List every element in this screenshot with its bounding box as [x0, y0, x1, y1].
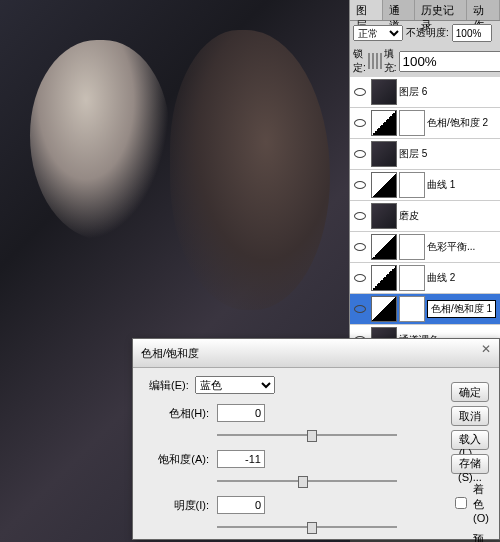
- saturation-label: 饱和度(A):: [149, 452, 209, 467]
- layer-thumb: [371, 110, 397, 136]
- layer-name: 色相/饱和度 1: [427, 300, 496, 318]
- layer-name: 曲线 1: [427, 178, 455, 192]
- layer-name: 曲线 2: [427, 271, 455, 285]
- layer-mask-thumb: [399, 110, 425, 136]
- layer-mask-thumb: [399, 296, 425, 322]
- layer-name: 图层 5: [399, 147, 427, 161]
- cancel-button[interactable]: 取消: [451, 406, 489, 426]
- visibility-icon[interactable]: [352, 301, 368, 317]
- preview-label: 预览(P): [473, 532, 489, 542]
- layer-row[interactable]: 色相/饱和度 2: [350, 108, 500, 139]
- layer-thumb: [371, 234, 397, 260]
- dialog-right-panel: 确定 取消 载入(L)... 存储(S)... 着色(O) 预览(P): [447, 376, 493, 542]
- save-button[interactable]: 存储(S)...: [451, 454, 489, 474]
- panel-tabs: 图层 通道 历史记录 动作: [350, 0, 500, 21]
- dialog-body: 编辑(E): 蓝色 色相(H): 饱和度(A): 明度(I): 197°/ 22…: [133, 368, 499, 542]
- layer-name: 色彩平衡...: [427, 240, 475, 254]
- opacity-input[interactable]: [452, 24, 492, 42]
- preview-row: 预览(P): [451, 532, 489, 542]
- ok-button[interactable]: 确定: [451, 382, 489, 402]
- layer-thumb: [371, 203, 397, 229]
- slider-handle[interactable]: [307, 430, 317, 442]
- slider-handle[interactable]: [307, 522, 317, 534]
- layer-row[interactable]: 磨皮: [350, 201, 500, 232]
- lock-all-icon[interactable]: [380, 53, 382, 69]
- layer-mask-thumb: [399, 234, 425, 260]
- saturation-input[interactable]: [217, 450, 265, 468]
- layer-row[interactable]: 色彩平衡...: [350, 232, 500, 263]
- saturation-slider[interactable]: [217, 474, 397, 488]
- layer-row[interactable]: 曲线 2: [350, 263, 500, 294]
- fill-input[interactable]: [399, 51, 500, 72]
- visibility-icon[interactable]: [352, 208, 368, 224]
- saturation-row: 饱和度(A):: [149, 450, 439, 468]
- fill-label: 填充:: [384, 47, 397, 75]
- tab-layers[interactable]: 图层: [350, 0, 383, 20]
- lightness-label: 明度(I):: [149, 498, 209, 513]
- hue-slider[interactable]: [217, 428, 397, 442]
- layer-row[interactable]: 曲线 1: [350, 170, 500, 201]
- edit-row: 编辑(E): 蓝色: [149, 376, 439, 394]
- edit-label: 编辑(E):: [149, 378, 189, 393]
- layer-name: 磨皮: [399, 209, 419, 223]
- hue-saturation-dialog: 色相/饱和度 ✕ 编辑(E): 蓝色 色相(H): 饱和度(A): 明度(I):: [132, 338, 500, 540]
- layer-mask-thumb: [399, 172, 425, 198]
- dialog-titlebar[interactable]: 色相/饱和度 ✕: [133, 339, 499, 368]
- tab-actions[interactable]: 动作: [467, 0, 500, 20]
- layer-row[interactable]: 图层 5: [350, 139, 500, 170]
- blend-mode-select[interactable]: 正常: [353, 25, 403, 41]
- visibility-icon[interactable]: [352, 177, 368, 193]
- lock-transparent-icon[interactable]: [368, 53, 370, 69]
- visibility-icon[interactable]: [352, 270, 368, 286]
- colorize-row: 着色(O): [451, 482, 489, 524]
- layer-name: 图层 6: [399, 85, 427, 99]
- lock-move-icon[interactable]: [376, 53, 378, 69]
- layer-mask-thumb: [399, 265, 425, 291]
- hue-row: 色相(H):: [149, 404, 439, 422]
- hue-input[interactable]: [217, 404, 265, 422]
- visibility-icon[interactable]: [352, 146, 368, 162]
- hue-label: 色相(H):: [149, 406, 209, 421]
- visibility-icon[interactable]: [352, 84, 368, 100]
- lightness-input[interactable]: [217, 496, 265, 514]
- lightness-slider[interactable]: [217, 520, 397, 534]
- lightness-row: 明度(I):: [149, 496, 439, 514]
- tab-history[interactable]: 历史记录: [415, 0, 467, 20]
- layer-thumb: [371, 79, 397, 105]
- close-icon[interactable]: ✕: [481, 342, 495, 356]
- layer-thumb: [371, 296, 397, 322]
- opacity-label: 不透明度:: [406, 26, 449, 40]
- layer-row[interactable]: 图层 6: [350, 77, 500, 108]
- colorize-label: 着色(O): [473, 482, 489, 524]
- load-button[interactable]: 载入(L)...: [451, 430, 489, 450]
- dialog-title-text: 色相/饱和度: [141, 346, 199, 361]
- lock-label: 锁定:: [353, 47, 366, 75]
- layer-thumb: [371, 265, 397, 291]
- layer-name: 色相/饱和度 2: [427, 116, 488, 130]
- layer-thumb: [371, 141, 397, 167]
- colorize-checkbox[interactable]: [455, 497, 467, 509]
- layers-list: 图层 6 色相/饱和度 2 图层 5 曲线 1 磨皮 色彩平衡... 曲线 2 …: [350, 77, 500, 377]
- lock-brush-icon[interactable]: [372, 53, 374, 69]
- layers-panel: 图层 通道 历史记录 动作 正常 不透明度: 锁定: 填充: 图层 6 色相/饱…: [349, 0, 500, 390]
- tab-channels[interactable]: 通道: [383, 0, 416, 20]
- layer-thumb: [371, 172, 397, 198]
- layer-controls-row2: 锁定: 填充:: [350, 45, 500, 77]
- dialog-left-panel: 编辑(E): 蓝色 色相(H): 饱和度(A): 明度(I): 197°/ 22…: [141, 376, 447, 542]
- slider-handle[interactable]: [298, 476, 308, 488]
- visibility-icon[interactable]: [352, 115, 368, 131]
- visibility-icon[interactable]: [352, 239, 368, 255]
- edit-select[interactable]: 蓝色: [195, 376, 275, 394]
- layer-row[interactable]: 色相/饱和度 1: [350, 294, 500, 325]
